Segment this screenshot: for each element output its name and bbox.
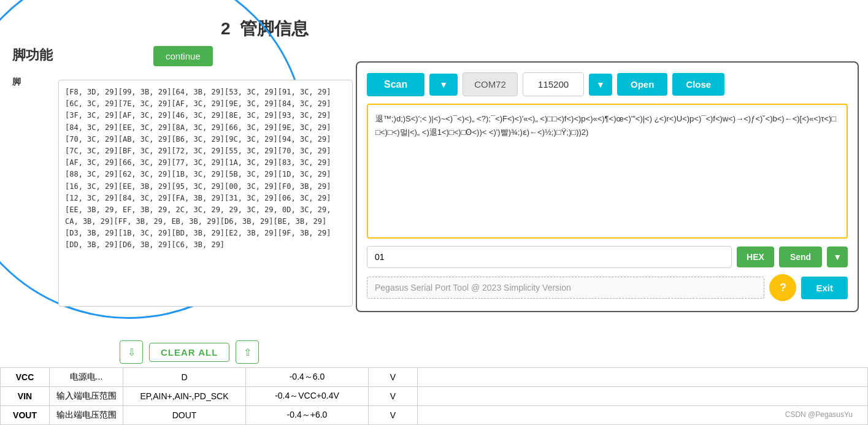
hex-data-content: [F8, 3D, 29][99, 3B, 29][64, 3B, 29][53,…	[65, 86, 346, 251]
send-button[interactable]: Send	[779, 247, 822, 267]
table-cell-func: 电源电...	[50, 368, 123, 387]
serial-panel: Scan ▼ COM72 115200 ▼ Open Close 退™;)d;)…	[356, 61, 859, 312]
clear-all-button[interactable]: CLEAR ALL	[149, 343, 229, 362]
table-row: VCC 电源电... D -0.4～6.0 V	[1, 368, 868, 387]
question-mark-icon: ?	[780, 281, 786, 294]
serial-toolbar: Scan ▼ COM72 115200 ▼ Open Close	[367, 72, 848, 96]
scroll-down-button[interactable]: ⇩	[120, 340, 143, 364]
table-cell-name: VIN	[1, 387, 50, 406]
continue-button[interactable]: continue	[153, 46, 213, 66]
pin-table: VCC 电源电... D -0.4～6.0 V VIN 输入端电压范围 EP,A…	[0, 367, 868, 425]
table-cell-unit: V	[369, 368, 418, 387]
hex-data-panel: [F8, 3D, 29][99, 3B, 29][64, 3B, 29][53,…	[58, 80, 353, 307]
table-cell-unit: V	[369, 387, 418, 406]
table-cell-range: -0.4～6.0	[246, 368, 369, 387]
table-row: VIN 输入端电压范围 EP,AIN+,AIN-,PD_SCK -0.4～VCC…	[1, 387, 868, 406]
table-cell-unit: V	[369, 406, 418, 425]
chevron-down-icon: ▼	[439, 80, 448, 90]
scroll-down-icon: ⇩	[128, 347, 136, 358]
table-cell-func: 输入端电压范围	[50, 387, 123, 406]
open-button[interactable]: Open	[617, 73, 667, 96]
table-cell-func: 输出端电压范围	[50, 406, 123, 425]
baud-chevron-down-icon: ▼	[596, 80, 605, 90]
port-display: COM72	[463, 72, 518, 96]
serial-status-row: Pegasus Serial Port Tool @ 2023 Simplici…	[367, 274, 848, 301]
table-cell-name: VCC	[1, 368, 50, 387]
table-cell-range: -0.4～VCC+0.4V	[246, 387, 369, 406]
table-cell-name: VOUT	[1, 406, 50, 425]
page-title: 2 管脚信息	[221, 17, 309, 40]
port-dropdown-button[interactable]: ▼	[429, 74, 458, 96]
serial-input-row: HEX Send ▼	[367, 246, 848, 268]
csdn-watermark: CSDN @PegasusYu	[785, 410, 853, 419]
exit-button[interactable]: Exit	[801, 277, 848, 299]
scan-button[interactable]: Scan	[367, 73, 424, 96]
close-button[interactable]: Close	[672, 73, 724, 96]
send-dropdown-button[interactable]: ▼	[827, 247, 848, 267]
scroll-up-icon: ⇧	[244, 347, 252, 358]
table-cell-pin: DOUT	[123, 406, 246, 425]
baud-display: 115200	[523, 72, 584, 96]
scroll-up-button[interactable]: ⇧	[236, 340, 259, 364]
bottom-table: VCC 电源电... D -0.4～6.0 V VIN 输入端电压范围 EP,A…	[0, 367, 868, 425]
table-row: VOUT 输出端电压范围 DOUT -0.4～+6.0 V	[1, 406, 868, 425]
baud-dropdown-button[interactable]: ▼	[589, 74, 612, 96]
continue-area: continue	[153, 46, 213, 66]
table-cell-range: -0.4～+6.0	[246, 406, 369, 425]
send-chevron-down-icon: ▼	[833, 252, 842, 262]
serial-input-field[interactable]	[367, 246, 732, 268]
clearall-area: ⇩ CLEAR ALL ⇧	[120, 340, 259, 364]
table-cell-pin: D	[123, 368, 246, 387]
serial-status-text: Pegasus Serial Port Tool @ 2023 Simplici…	[367, 277, 764, 299]
serial-output: 退™;)d;)S<)';< )|<)~<)¯<)<)„ <?);¯<)F<)<)…	[367, 104, 848, 239]
table-cell-pin: EP,AIN+,AIN-,PD_SCK	[123, 387, 246, 406]
help-button[interactable]: ?	[769, 274, 796, 301]
sidebar-label: 脚功能 脚	[12, 46, 53, 88]
hex-button[interactable]: HEX	[737, 247, 774, 267]
